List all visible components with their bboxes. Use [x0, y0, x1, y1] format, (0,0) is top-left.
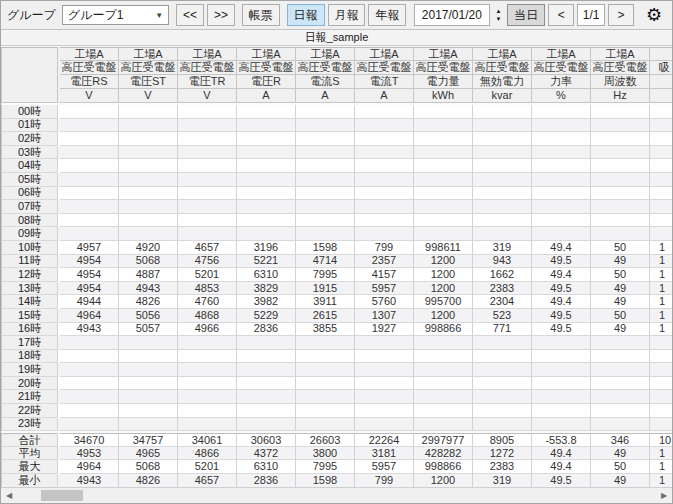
table-cell: V: [60, 89, 119, 103]
table-cell: [237, 363, 296, 377]
table-row: 07時: [1, 200, 672, 214]
prev-group-button[interactable]: <<: [176, 4, 204, 26]
table-row: 14時494448264760398239115760995700230449.…: [1, 295, 672, 309]
table-cell: [237, 159, 296, 173]
summary-label: 平均: [1, 447, 58, 461]
table-cell: [414, 404, 473, 418]
table-cell: 1: [650, 268, 672, 282]
table-cell: 高圧受電盤: [237, 61, 296, 75]
row-label: 16時: [1, 323, 58, 337]
summary-label: 最小: [1, 474, 58, 487]
table-cell: [591, 200, 650, 214]
scroll-left-button[interactable]: ◀: [1, 488, 17, 503]
table-cell: 1307: [355, 309, 414, 323]
table-cell: [60, 214, 119, 228]
scroll-right-button[interactable]: ▶: [656, 488, 672, 503]
header-corner-cell: [1, 47, 58, 61]
table-row: 02時: [1, 132, 672, 146]
table-cell: [591, 336, 650, 350]
page-indicator[interactable]: 1/1: [577, 4, 605, 26]
table-cell: [119, 390, 178, 404]
table-cell: 49.5: [532, 255, 591, 269]
report-format-button[interactable]: 帳票: [242, 4, 280, 26]
table-cell: 4868: [178, 309, 237, 323]
table-cell: [650, 200, 672, 214]
table-cell: [119, 418, 178, 432]
table-row: 19時: [1, 363, 672, 377]
table-cell: 3829: [237, 282, 296, 296]
spin-up-icon[interactable]: ▲: [493, 9, 505, 14]
table-cell: [414, 119, 473, 133]
horizontal-scrollbar[interactable]: ◀ ▶: [1, 487, 672, 503]
group-select[interactable]: グループ1 ▼: [62, 5, 169, 25]
table-cell: [532, 336, 591, 350]
monthly-report-button[interactable]: 月報: [328, 4, 366, 26]
table-cell: 2383: [473, 282, 532, 296]
table-cell: [178, 132, 237, 146]
table-cell: [237, 227, 296, 241]
date-input[interactable]: 2017/01/20: [414, 4, 489, 26]
table-cell: [650, 105, 672, 119]
table-cell: [60, 404, 119, 418]
settings-button[interactable]: ⚙: [640, 2, 668, 28]
report-area: 日報_sample 工場A工場A工場A工場A工場A工場A工場A工場A工場A工場A…: [1, 29, 672, 503]
table-cell: 工場A: [473, 47, 532, 61]
table-cell: 49: [591, 474, 650, 487]
table-cell: A: [237, 89, 296, 103]
table-cell: [119, 105, 178, 119]
daily-report-button[interactable]: 日報: [287, 4, 325, 26]
table-cell: 1200: [414, 282, 473, 296]
table-cell: 50: [591, 268, 650, 282]
table-cell: [532, 200, 591, 214]
date-value: 2017/01/20: [422, 8, 482, 22]
scrollbar-thumb[interactable]: [41, 490, 83, 501]
table-cell: [473, 105, 532, 119]
table-cell: [296, 214, 355, 228]
table-cell: [119, 227, 178, 241]
today-button[interactable]: 当日: [507, 4, 545, 26]
table-cell: [414, 336, 473, 350]
summary-row: 最小49434826465728361598799120031949.5491: [1, 474, 672, 487]
spin-down-icon[interactable]: ▼: [493, 17, 505, 22]
next-group-button[interactable]: >>: [207, 4, 235, 26]
table-cell: [650, 363, 672, 377]
table-cell: 34757: [119, 433, 178, 447]
table-row: 16時49435057496628363855192799886677149.5…: [1, 323, 672, 337]
table-cell: 高圧受電盤: [178, 61, 237, 75]
table-row: 21時: [1, 390, 672, 404]
table-cell: [473, 350, 532, 364]
page-next-button[interactable]: >: [608, 4, 634, 26]
page-prev-button[interactable]: <: [548, 4, 574, 26]
table-cell: 1: [650, 460, 672, 474]
table-cell: [591, 390, 650, 404]
table-cell: 1: [650, 323, 672, 337]
table-cell: [591, 173, 650, 187]
table-cell: 電圧RS: [60, 75, 119, 89]
table-cell: 1: [650, 447, 672, 461]
table-cell: 799: [355, 474, 414, 487]
table-cell: [60, 350, 119, 364]
yearly-report-button[interactable]: 年報: [368, 4, 406, 26]
table-cell: 49: [591, 282, 650, 296]
table-cell: 1927: [355, 323, 414, 337]
table-cell: 5201: [178, 268, 237, 282]
table-cell: %: [532, 89, 591, 103]
date-spinner[interactable]: ▲ ▼: [493, 9, 505, 22]
table-cell: [60, 418, 119, 432]
table-cell: [591, 377, 650, 391]
table-cell: 4657: [178, 241, 237, 255]
row-label: 17時: [1, 336, 58, 350]
table-cell: [355, 200, 414, 214]
table-body: 00時01時02時03時04時05時06時07時08時09時10時4957492…: [1, 105, 672, 431]
table-row: 10時4957492046573196159879999861131949.45…: [1, 241, 672, 255]
table-cell: 4760: [178, 295, 237, 309]
table-cell: 6310: [237, 460, 296, 474]
table-cell: 6310: [237, 268, 296, 282]
row-label: 11時: [1, 255, 58, 269]
table-cell: [473, 200, 532, 214]
table-cell: [414, 363, 473, 377]
table-cell: 4964: [60, 460, 119, 474]
table-cell: 高圧受電盤: [60, 61, 119, 75]
table-cell: 工場A: [237, 47, 296, 61]
table-row: 18時: [1, 350, 672, 364]
